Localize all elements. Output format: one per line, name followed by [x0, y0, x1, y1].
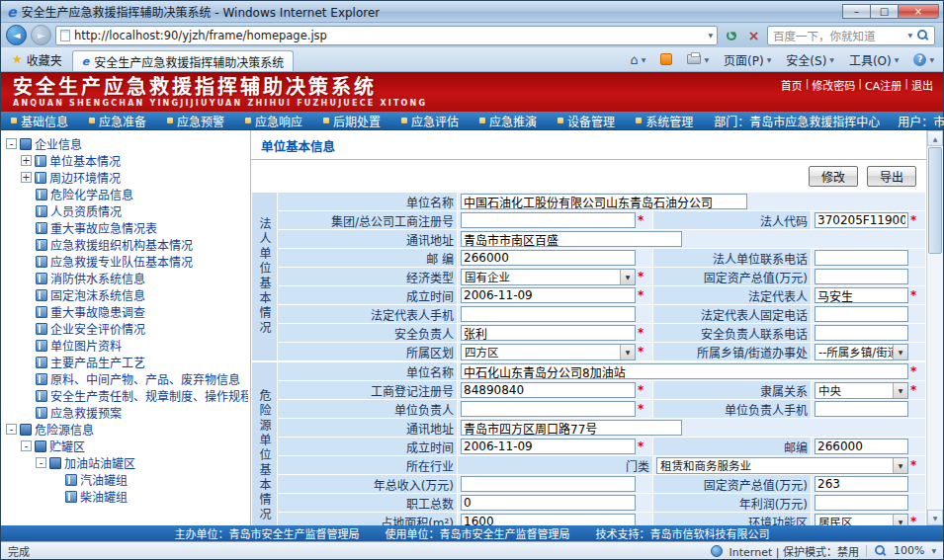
- tree-item[interactable]: +单位基本情况: [4, 152, 248, 169]
- nav-item[interactable]: 应急预警: [167, 113, 224, 129]
- form-input[interactable]: [815, 476, 908, 492]
- tree-item[interactable]: 汽油罐组: [4, 471, 248, 488]
- tree-item[interactable]: 消防供水系统信息: [4, 270, 248, 286]
- search-box[interactable]: 百度一下，你就知道 ▼: [767, 26, 935, 45]
- tree-item[interactable]: 应急救援预案: [4, 404, 248, 421]
- export-button[interactable]: 导出: [867, 166, 916, 187]
- minimize-button[interactable]: –: [842, 4, 870, 19]
- tree-item[interactable]: 应急救援组织机构基本情况: [4, 236, 248, 253]
- form-select[interactable]: 四方区▼: [461, 344, 636, 360]
- form-input[interactable]: [461, 382, 636, 398]
- nav-item[interactable]: 应急响应: [245, 113, 302, 129]
- nav-item[interactable]: 应急推演: [479, 113, 537, 129]
- forward-button[interactable]: ►: [31, 25, 51, 45]
- modify-button[interactable]: 修改: [809, 166, 858, 187]
- form-select[interactable]: 租赁和商务服务业▼: [656, 457, 908, 474]
- help-button[interactable]: ?▼: [910, 51, 937, 68]
- nav-item[interactable]: 应急准备: [89, 113, 146, 129]
- form-input[interactable]: [461, 194, 747, 209]
- page-menu[interactable]: 页面(P)▼: [721, 49, 774, 70]
- nav-item[interactable]: 应急评估: [401, 113, 459, 129]
- print-button[interactable]: ▼: [684, 52, 712, 66]
- form-input[interactable]: [815, 269, 908, 284]
- form-input[interactable]: [815, 212, 908, 228]
- form-input[interactable]: [815, 495, 908, 511]
- home-button[interactable]: ⌂▼: [628, 50, 649, 69]
- tree-item[interactable]: 人员资质情况: [4, 202, 248, 219]
- tree-item[interactable]: 应急救援专业队伍基本情况: [4, 253, 248, 270]
- banner-link[interactable]: 修改密码: [812, 77, 855, 93]
- form-input[interactable]: [461, 363, 908, 379]
- stop-button[interactable]: ×: [744, 26, 763, 44]
- form-input[interactable]: [461, 476, 636, 492]
- feeds-button[interactable]: [657, 51, 675, 67]
- scroll-thumb[interactable]: [928, 147, 942, 254]
- scroll-up-button[interactable]: ▲: [927, 130, 943, 146]
- search-input[interactable]: 百度一下，你就知道: [773, 28, 903, 43]
- form-input[interactable]: [461, 212, 636, 228]
- form-input[interactable]: [461, 231, 682, 247]
- refresh-button[interactable]: [722, 26, 740, 44]
- form-input[interactable]: [461, 325, 636, 341]
- form-input[interactable]: [815, 325, 908, 341]
- form-input[interactable]: [815, 306, 908, 322]
- form-input[interactable]: [461, 495, 636, 511]
- tree-item[interactable]: +周边环境情况: [4, 169, 248, 186]
- tree-item[interactable]: 柴油罐组: [4, 488, 248, 505]
- nav-item[interactable]: 设备管理: [558, 113, 615, 129]
- expander-icon[interactable]: -: [21, 440, 32, 451]
- form-input[interactable]: [461, 439, 636, 454]
- search-dropdown-icon[interactable]: ▼: [907, 32, 912, 39]
- form-input[interactable]: [815, 439, 908, 454]
- close-button[interactable]: ×: [898, 4, 939, 19]
- tree-item[interactable]: -加油站油罐区: [4, 454, 248, 471]
- form-input[interactable]: [815, 401, 908, 417]
- titlebar[interactable]: e 安全生产应急救援指挥辅助决策系统 - Windows Internet Ex…: [1, 1, 943, 23]
- address-dropdown-icon[interactable]: ▼: [708, 32, 713, 39]
- search-icon[interactable]: [916, 29, 929, 41]
- tree-item[interactable]: 重大事故应急情况表: [4, 219, 248, 236]
- zoom-magnifier-icon[interactable]: [874, 544, 887, 557]
- tree-item[interactable]: 安全生产责任制、规章制度、操作规程信息: [4, 387, 248, 404]
- scroll-down-button[interactable]: ▼: [927, 510, 943, 525]
- form-select[interactable]: 中央▼: [815, 382, 908, 399]
- address-bar[interactable]: http://localhost:90/yjzh/frame/homepage.…: [55, 26, 718, 45]
- form-input[interactable]: [461, 420, 682, 436]
- nav-item[interactable]: 后期处置: [323, 113, 381, 129]
- nav-item[interactable]: 基础信息: [11, 113, 68, 129]
- form-select[interactable]: 居民区▼: [815, 514, 908, 526]
- tree-item[interactable]: 重大事故隐患调查: [4, 303, 248, 320]
- tree-item[interactable]: 单位图片资料: [4, 337, 248, 354]
- banner-link[interactable]: CA注册: [865, 77, 901, 93]
- zoom-dropdown-icon[interactable]: ▼: [931, 547, 936, 554]
- safety-menu[interactable]: 安全(S)▼: [783, 49, 837, 70]
- tools-menu[interactable]: 工具(O)▼: [846, 49, 901, 70]
- banner-link[interactable]: 退出: [911, 77, 933, 93]
- banner-link[interactable]: 首页: [781, 77, 803, 93]
- form-input[interactable]: [815, 287, 908, 303]
- tree-item[interactable]: 原料、中间产物、产品、废弃物信息: [4, 370, 248, 387]
- form-input[interactable]: [461, 514, 636, 525]
- tree-item[interactable]: -危险源信息: [4, 421, 248, 438]
- form-select[interactable]: 国有企业▼: [461, 269, 636, 285]
- tree-item[interactable]: 危险化学品信息: [4, 186, 248, 202]
- tree-item[interactable]: 企业安全评价情况: [4, 320, 248, 337]
- tree-item[interactable]: 固定泡沫系统信息: [4, 286, 248, 303]
- tree-item[interactable]: -企业信息: [4, 135, 248, 152]
- expander-icon[interactable]: +: [21, 155, 32, 166]
- tree-item[interactable]: -贮罐区: [4, 438, 248, 454]
- zoom-level[interactable]: 100%: [894, 544, 924, 557]
- expander-icon[interactable]: -: [6, 138, 17, 149]
- scroll-track[interactable]: [927, 255, 943, 510]
- expander-icon[interactable]: +: [21, 172, 32, 183]
- form-input[interactable]: [815, 250, 908, 266]
- form-input[interactable]: [461, 401, 636, 417]
- expander-icon[interactable]: -: [36, 457, 46, 468]
- favorites-button[interactable]: ★ 收藏夹: [5, 49, 69, 70]
- form-select[interactable]: --所属乡镇/街道办事处--▼: [815, 344, 908, 360]
- back-button[interactable]: ◄: [6, 25, 27, 45]
- form-input[interactable]: [461, 250, 636, 266]
- tree-item[interactable]: 主要产品生产工艺: [4, 354, 248, 370]
- maximize-button[interactable]: □: [870, 4, 898, 19]
- nav-item[interactable]: 系统管理: [636, 113, 693, 129]
